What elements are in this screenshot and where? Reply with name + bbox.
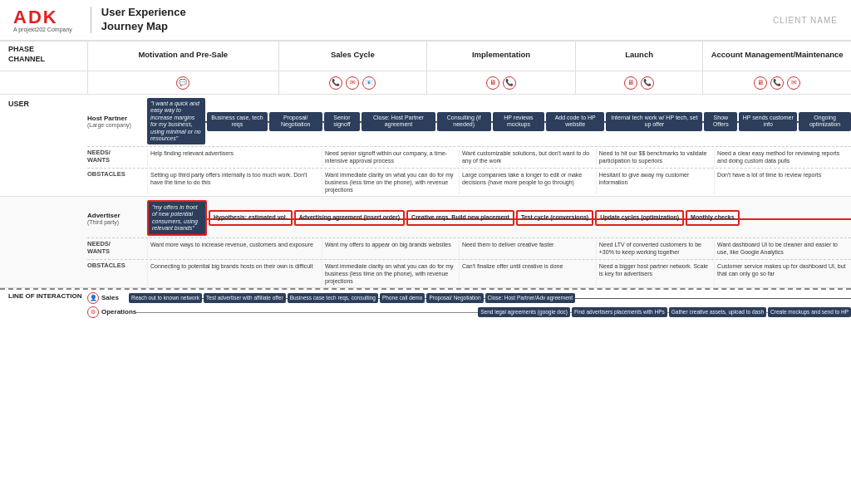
- sales-icon-label: 👤 Sales: [87, 292, 129, 304]
- loi-content: 👤 Sales Reach out to known network Test …: [87, 290, 851, 321]
- hp-box2: Proposal/ Negotiation: [269, 112, 322, 131]
- adv-flow-row: Advertiser (Third party) "my offers in f…: [87, 197, 851, 238]
- hp-box7: Add code to HP website: [546, 112, 604, 131]
- phase-implementation: Implementation: [426, 42, 575, 71]
- hp-nw-sales: Need senior signoff within our company, …: [322, 149, 459, 165]
- logo-sub: A projekt202 Company: [13, 27, 72, 32]
- adv-quote-box: "my offers in front of new potential con…: [147, 200, 207, 237]
- main-content: PHASE CHANNEL Motivation and Pre-Sale Sa…: [0, 42, 851, 504]
- impl-icon-phone: 📞: [503, 76, 516, 90]
- adv-obs-sales: Want immediate clarity on what you can d…: [322, 262, 459, 286]
- phase-headers: Motivation and Pre-Sale Sales Cycle Impl…: [87, 42, 851, 71]
- acct-icon-monitor: 🖥: [754, 76, 767, 90]
- client-name: CLIENT NAME: [773, 16, 838, 25]
- hp-name: Host Partner: [87, 115, 144, 122]
- adv-obs-acct: Customer service makes up for dashboard …: [714, 262, 851, 286]
- hp-nw-label: NEEDS/WANTS: [87, 149, 147, 165]
- phase-sales: Sales Cycle: [278, 42, 427, 71]
- sales-icon-email: ✉: [346, 76, 359, 90]
- hp-obs-sales: Want immediate clarity on what you can d…: [322, 170, 459, 194]
- hp-box5: Consulting (if needed): [437, 112, 491, 131]
- user-label-col: USER: [0, 95, 87, 196]
- adv-box4: Test cycle (conversions): [516, 210, 593, 225]
- ops-circle-icon: ⚙: [87, 306, 99, 318]
- hp-box4: Close: Host Partner agreement: [362, 112, 435, 131]
- sf-box4: Phone call demo: [380, 293, 425, 303]
- hp-nw-launch: Need to hit our $$ benchmarks to validat…: [596, 149, 714, 165]
- adv-box6: Monthly checks: [686, 210, 740, 225]
- hp-box9: Show Offers: [704, 112, 737, 131]
- header-title: User Experience Journey Map: [101, 6, 186, 34]
- header-divider: [91, 7, 91, 33]
- logo-area: ADK A projekt202 Company: [13, 8, 72, 32]
- adv-nw-sales: Want my offers to appear on big brands w…: [322, 240, 459, 257]
- adv-nw-acct: Want dashboard UI to be cleaner and easi…: [714, 240, 851, 257]
- phase-channel-row: PHASE CHANNEL Motivation and Pre-Sale Sa…: [0, 42, 851, 71]
- hp-sub: (Large company): [87, 122, 144, 128]
- hp-quote-box: "I want a quick and easy way to increase…: [147, 98, 205, 144]
- launch-icon-phone: 📞: [641, 76, 654, 90]
- of-box2: Find advertisers placements with HPs: [572, 307, 667, 317]
- phase-channel-labels: PHASE CHANNEL: [0, 42, 87, 71]
- hp-nw-motivation: Help finding relevant advertisers: [147, 149, 322, 165]
- motivation-icon-chat: 💬: [176, 76, 189, 90]
- launch-icon-monitor: 🖥: [624, 76, 637, 90]
- impl-icon-monitor: 🖥: [486, 76, 499, 90]
- sales-label: Sales: [101, 294, 119, 301]
- adv-nw-row: NEEDS/WANTS Want more ways to increase r…: [87, 237, 851, 258]
- hp-persona: Host Partner (Large company): [87, 115, 147, 128]
- adv-box2: Advertising agreement (insert order): [294, 210, 405, 225]
- header: ADK A projekt202 Company User Experience…: [0, 0, 851, 42]
- hp-nw-impl: Want customizable solutions, but don't w…: [459, 149, 596, 165]
- hp-box6: HP reviews mockups: [493, 112, 544, 131]
- adv-sub: (Third party): [87, 219, 144, 225]
- phase-motivation: Motivation and Pre-Sale: [87, 42, 278, 71]
- ops-icon-label: ⚙ Operations: [87, 306, 136, 318]
- hp-obs-row: OBSTACLES Setting up third party offers …: [87, 168, 851, 196]
- hp-box3: Senior signoff: [324, 112, 361, 131]
- hp-obs-launch: Hesitant to give away my customer inform…: [596, 170, 714, 194]
- user-label: USER: [8, 100, 87, 108]
- advertiser-section: Advertiser (Third party) "my offers in f…: [0, 197, 851, 288]
- hp-obs-acct: Don't have a lot of time to review repor…: [714, 170, 851, 194]
- sf-box1: Reach out to known network: [129, 293, 202, 303]
- ops-row: ⚙ Operations Send legal agreements (goog…: [87, 306, 851, 318]
- hp-box8: Internal tech work w/ HP tech, set up of…: [606, 112, 702, 131]
- ops-label: Operations: [101, 308, 136, 316]
- title-line2: Journey Map: [101, 20, 186, 34]
- sales-circle-icon: 👤: [87, 292, 99, 304]
- adv-obs-motivation: Connecting to potential big brands hosts…: [147, 262, 322, 286]
- adv-persona: Advertiser (Third party): [87, 212, 147, 225]
- hp-box1: Business case, tech reqs: [207, 112, 268, 131]
- adv-box5: Update cycles (optimization): [595, 210, 684, 225]
- adv-box3: Creative reqs. Build new placement: [406, 210, 514, 225]
- phase-label: PHASE: [8, 45, 87, 55]
- adv-nw-impl: Need them to deliver creative faster: [459, 240, 596, 257]
- ops-flow-line: Send legal agreements (google doc) Find …: [136, 307, 851, 317]
- hp-obs-motivation: Setting up third party offers internally…: [147, 170, 322, 194]
- adv-obs-impl: Can't finalize offer until creative is d…: [459, 262, 596, 286]
- hp-nw-row: NEEDS/WANTS Help finding relevant advert…: [87, 146, 851, 167]
- loi-label: LINE OF INTERACTION: [8, 292, 87, 301]
- title-line1: User Experience: [101, 6, 186, 20]
- sales-icon-mail2: 📧: [362, 76, 376, 90]
- adv-obs-label: OBSTACLES: [87, 262, 147, 286]
- adv-left: [0, 197, 87, 287]
- host-partner-content: Host Partner (Large company) "I want a q…: [87, 95, 851, 196]
- adv-box1: Hypothesis: estimated vol.: [209, 210, 293, 225]
- of-box1: Send legal agreements (google doc): [478, 307, 570, 317]
- of-box4: Create mockups and send to HP: [768, 307, 851, 317]
- loi-section: LINE OF INTERACTION 👤 Sales Reach out to…: [0, 288, 851, 321]
- sf-box6: Close: Host Partner/Adv agreement: [485, 293, 576, 303]
- hp-box11: Ongoing optimization: [799, 112, 851, 131]
- channel-icons-row: 💬 📞 ✉ 📧 🖥 📞 🖥 📞 🖥 📞 ✉: [0, 71, 851, 95]
- sf-box3: Business case tech reqs, consulting: [288, 293, 378, 303]
- phase-launch: Launch: [575, 42, 702, 71]
- adv-nw-motivation: Want more ways to increase revenue, cust…: [147, 240, 322, 257]
- adv-nw-launch: Need LTV of converted customers to be +3…: [596, 240, 714, 257]
- sales-flow-line: Reach out to known network Test advertis…: [129, 293, 851, 303]
- adv-nw-label: NEEDS/WANTS: [87, 240, 147, 257]
- adv-obs-row: OBSTACLES Connecting to potential big br…: [87, 259, 851, 287]
- host-partner-row: Host Partner (Large company) "I want a q…: [87, 95, 851, 146]
- hp-obs-label: OBSTACLES: [87, 170, 147, 194]
